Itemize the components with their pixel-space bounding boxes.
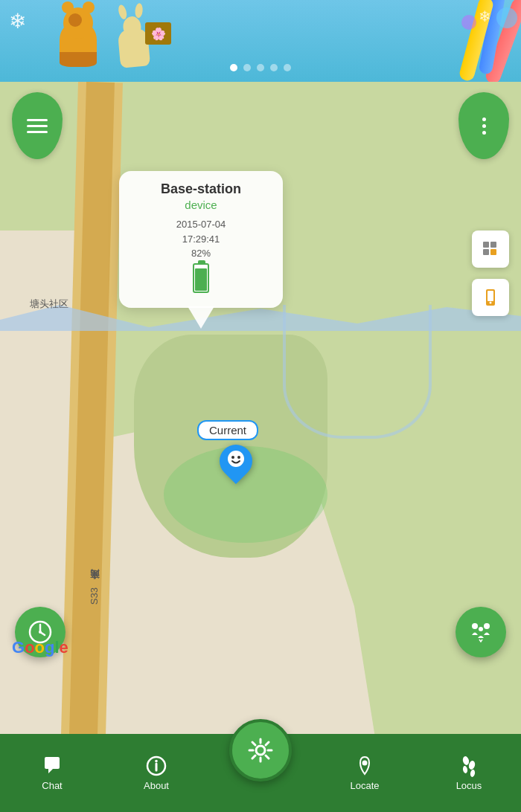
svg-point-20: [256, 746, 265, 755]
nav-item-locate[interactable]: Locate: [313, 734, 417, 812]
base-station-popup: Base-station device 2015-07-04 17:29:41 …: [119, 171, 283, 308]
popup-device: device: [131, 199, 271, 211]
svg-point-13: [39, 631, 42, 634]
locus-icon: [458, 755, 480, 777]
svg-point-33: [470, 770, 476, 777]
family-fab-button[interactable]: [456, 607, 506, 657]
hamburger-line-2: [27, 125, 48, 127]
phone-icon: [481, 288, 500, 307]
banner-dot-3[interactable]: [257, 64, 264, 71]
layers-icon: [480, 239, 501, 260]
locus-label: Locus: [456, 780, 482, 791]
hamburger-line-1: [27, 119, 48, 121]
svg-point-7: [228, 451, 244, 467]
nav-item-locus[interactable]: Locus: [417, 734, 521, 812]
banner-dot-4[interactable]: [270, 64, 278, 71]
more-drop-button[interactable]: [458, 92, 509, 159]
google-e: e: [60, 638, 68, 657]
banner-dot-2[interactable]: [243, 64, 251, 71]
svg-rect-2: [483, 249, 489, 255]
svg-rect-3: [490, 249, 496, 255]
svg-point-9: [237, 456, 240, 459]
svg-point-16: [479, 627, 483, 631]
google-o1: o: [25, 638, 34, 657]
pooh-character: [60, 22, 97, 67]
flower-cart: 🌸: [145, 22, 171, 45]
current-label: Current: [197, 420, 258, 440]
popup-date: 2015-07-04: [131, 217, 271, 232]
dot-2: [482, 124, 486, 128]
svg-rect-0: [483, 242, 489, 248]
river-branch: [283, 305, 432, 439]
locate-icon: [354, 755, 376, 777]
svg-point-6: [490, 302, 492, 304]
banner: ❄ 🌸: [0, 0, 521, 82]
rabbit-character: 🌸: [119, 30, 149, 67]
popup-battery-pct: 82%: [131, 248, 271, 259]
settings-circle[interactable]: [229, 719, 292, 782]
nav-item-settings[interactable]: [208, 734, 313, 812]
road-label: S33南光高速: [88, 587, 101, 605]
pin-shape: [213, 438, 259, 484]
more-options-button[interactable]: [458, 92, 509, 159]
svg-line-26: [266, 755, 269, 758]
popup-title: Base-station: [131, 181, 271, 197]
family-icon: [467, 619, 494, 645]
banner-pagination: [230, 64, 291, 71]
google-o2: o: [35, 638, 45, 657]
map-area[interactable]: S33南光高速 塘头社区 Base-station device 2015-07…: [0, 82, 521, 738]
layers-button[interactable]: [472, 231, 509, 268]
svg-point-15: [484, 623, 490, 629]
smiley-icon: [226, 449, 246, 468]
svg-point-31: [468, 760, 476, 770]
hamburger-line-3: [27, 131, 48, 133]
svg-line-25: [252, 742, 255, 745]
popup-time: 17:29:41: [131, 232, 271, 247]
svg-point-19: [155, 760, 158, 763]
svg-point-14: [472, 623, 478, 629]
location-pin[interactable]: [220, 445, 252, 477]
dot-1: [482, 117, 486, 121]
snowflake-tr-icon: ❄: [479, 7, 491, 25]
pin-face-icon: [226, 449, 246, 473]
chat-label: Chat: [42, 780, 62, 791]
settings-icon: [246, 735, 275, 765]
google-text: Google: [12, 638, 68, 657]
banner-dot-5[interactable]: [284, 64, 291, 71]
banner-characters: 🌸: [60, 22, 149, 67]
banner-dot-1[interactable]: [230, 64, 237, 71]
about-label: About: [144, 780, 169, 791]
menu-drop-button[interactable]: [12, 92, 63, 159]
google-logo: Google: [12, 638, 68, 657]
snowflake-icon: ❄: [9, 9, 26, 33]
svg-line-27: [266, 742, 269, 745]
dot-3: [482, 131, 486, 135]
dots-menu: [482, 117, 486, 135]
menu-button[interactable]: [12, 92, 63, 159]
phone-button[interactable]: [472, 279, 509, 316]
svg-point-30: [462, 755, 470, 766]
nav-item-about[interactable]: About: [104, 734, 208, 812]
locate-label: Locate: [350, 780, 379, 791]
bottom-navigation: Chat About: [0, 734, 521, 812]
svg-point-32: [462, 766, 468, 774]
svg-rect-1: [490, 242, 496, 248]
chat-icon: [41, 755, 63, 777]
google-g: G: [12, 638, 25, 657]
nav-item-chat[interactable]: Chat: [0, 734, 104, 812]
svg-point-8: [231, 456, 234, 459]
google-g2: g: [45, 638, 54, 657]
battery-icon: [193, 263, 209, 293]
svg-rect-5: [488, 291, 493, 301]
region-label: 塘头社区: [30, 297, 68, 311]
info-icon: [145, 755, 167, 777]
battery-fill: [195, 268, 207, 291]
svg-line-28: [252, 755, 255, 758]
svg-point-29: [362, 761, 368, 766]
